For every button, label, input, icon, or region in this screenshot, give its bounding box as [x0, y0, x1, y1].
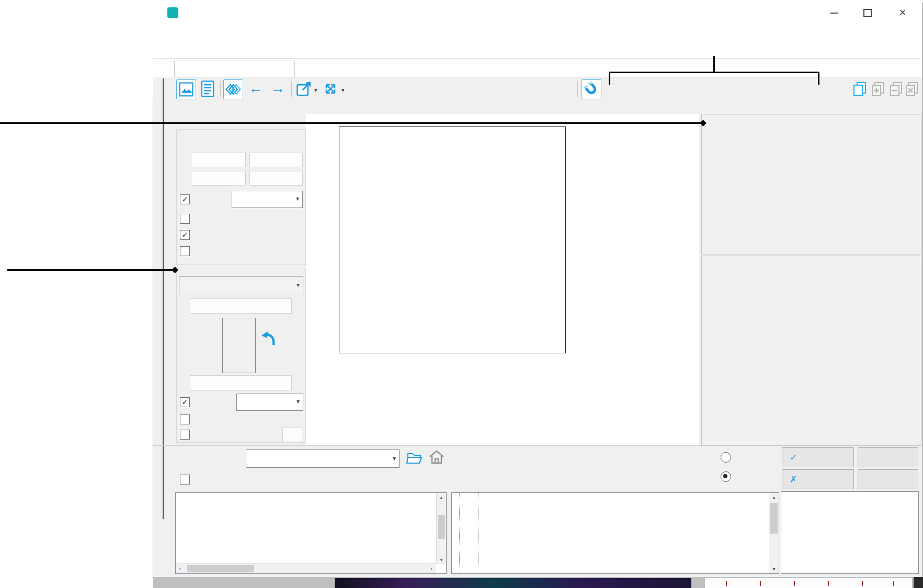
simulation-folder-list[interactable]: ▴ ▾ ‹ ›: [175, 492, 447, 574]
scrollbar-thumb[interactable]: [770, 503, 778, 534]
color-min-field[interactable]: [190, 375, 292, 390]
colormap-dropdown[interactable]: ▾: [179, 276, 303, 294]
tree-guide-line: [459, 493, 460, 573]
fix-middle-value-field[interactable]: [282, 428, 302, 442]
heatmap-image: [339, 127, 565, 353]
invert-colormap-icon[interactable]: [260, 329, 278, 348]
fullscreen-icon[interactable]: [321, 79, 340, 98]
fullscreen-dropdown-caret[interactable]: ▾: [341, 87, 345, 94]
slice-annotation-leader: [0, 122, 703, 124]
chevron-down-icon: ▾: [297, 398, 300, 405]
uncheck-button[interactable]: ✗: [782, 469, 854, 489]
remove-page-icon[interactable]: [888, 79, 905, 98]
check-button[interactable]: ✓: [782, 447, 854, 467]
full-size-mode-dropdown[interactable]: ▾: [232, 191, 303, 208]
scrollbar-thumb[interactable]: [187, 565, 254, 572]
path-row: [153, 99, 922, 113]
maximize-button[interactable]: [856, 6, 880, 20]
chevron-down-icon: ▾: [297, 281, 300, 289]
home-icon[interactable]: [428, 448, 446, 466]
main-heatmap[interactable]: [339, 126, 566, 353]
chevron-down-icon: ▾: [393, 455, 396, 462]
coords-annotation-bracket: [609, 72, 819, 73]
open-folder-icon[interactable]: [406, 449, 425, 466]
auto-scale-mode-dropdown[interactable]: ▾: [236, 394, 303, 411]
check-icon: ✓: [790, 452, 797, 463]
show-data-grid-checkbox[interactable]: [180, 214, 190, 224]
app-logo-icon: [167, 7, 178, 18]
hide-constant-checkbox[interactable]: [180, 246, 190, 256]
scrollbar-thumb[interactable]: [438, 515, 445, 539]
color-max-field[interactable]: [190, 298, 292, 314]
layers-icon[interactable]: [223, 79, 243, 99]
coords-annotation-bracket-right: [818, 72, 819, 85]
close-page-icon[interactable]: [904, 79, 920, 98]
coords-annotation-bracket-left: [609, 72, 610, 85]
back-arrow-icon[interactable]: ←: [246, 79, 265, 98]
panel-edge-line: [163, 78, 164, 519]
scroll-down-icon[interactable]: ▾: [769, 564, 779, 573]
vertical-slice-panel: [701, 256, 921, 446]
folder-list-vscrollbar[interactable]: ▴ ▾: [436, 493, 446, 564]
scroll-up-icon[interactable]: ▴: [769, 493, 779, 502]
scroll-down-icon[interactable]: ▾: [437, 555, 446, 564]
select-button[interactable]: [858, 447, 918, 467]
colormap-annotation-leader: [7, 269, 175, 271]
toolbar-separator: [220, 81, 221, 97]
file-tab[interactable]: [174, 61, 295, 77]
file-path: [176, 102, 180, 111]
maximize-icon: [863, 9, 872, 17]
background-colormap-strip: [335, 578, 691, 588]
toolbar-separator: [291, 81, 292, 97]
dataset-list[interactable]: [781, 491, 919, 574]
full-size-checkbox[interactable]: ✓: [180, 194, 190, 204]
toolbar-separator: [577, 81, 578, 97]
export-icon[interactable]: [295, 79, 314, 98]
deselect-button[interactable]: [858, 469, 918, 489]
close-button[interactable]: ×: [891, 6, 915, 20]
file-list-vscrollbar[interactable]: ▴ ▾: [769, 493, 779, 573]
x-min-field[interactable]: [191, 153, 246, 167]
x-max-field[interactable]: [249, 153, 303, 167]
folder-list-hscrollbar[interactable]: ‹ ›: [176, 563, 436, 573]
plot-view-icon[interactable]: [176, 79, 196, 99]
title-bar[interactable]: [153, 3, 922, 21]
coords-annotation-stem: [713, 56, 715, 72]
tree-guide-line: [478, 493, 478, 573]
report-view-icon[interactable]: [198, 79, 217, 98]
background-plot-strip: [705, 578, 912, 588]
background-window-strip: [153, 577, 923, 588]
horizontal-slice-panel: [701, 114, 921, 255]
show-overlay-checkbox[interactable]: ✓: [180, 230, 190, 240]
tab-strip-line: [153, 58, 921, 59]
y-max-field[interactable]: [249, 171, 303, 186]
minimize-icon: [830, 13, 838, 14]
chevron-down-icon: ▾: [296, 195, 299, 202]
scroll-right-icon[interactable]: ›: [427, 564, 436, 573]
order-by-date-checkbox[interactable]: [180, 475, 190, 485]
uncheck-icon: ✗: [790, 474, 797, 485]
minimize-button[interactable]: [822, 6, 846, 20]
tree-view-radio[interactable]: [721, 452, 731, 463]
list-view-radio[interactable]: [721, 471, 731, 482]
scroll-up-icon[interactable]: ▴: [437, 493, 446, 502]
simulations-path-dropdown[interactable]: ▾: [246, 449, 400, 468]
screenshot-stage: × ← → ▾ ▾: [0, 0, 923, 588]
auto-scale-checkbox[interactable]: ✓: [180, 397, 190, 407]
forward-arrow-icon[interactable]: →: [268, 79, 287, 98]
fix-middle-checkbox[interactable]: [180, 430, 190, 440]
copy-pages-icon[interactable]: [851, 79, 868, 98]
output-file-list[interactable]: ▴ ▾: [451, 492, 779, 574]
export-dropdown-caret[interactable]: ▾: [314, 87, 317, 94]
scroll-left-icon[interactable]: ‹: [176, 564, 185, 573]
colormap-gradient: [222, 318, 256, 373]
add-page-icon[interactable]: [870, 79, 886, 98]
magnet-snap-icon[interactable]: [582, 79, 601, 99]
y-min-field[interactable]: [191, 171, 246, 186]
auto-select-colormap-checkbox[interactable]: [180, 414, 190, 424]
background-window-corner: [914, 577, 923, 588]
